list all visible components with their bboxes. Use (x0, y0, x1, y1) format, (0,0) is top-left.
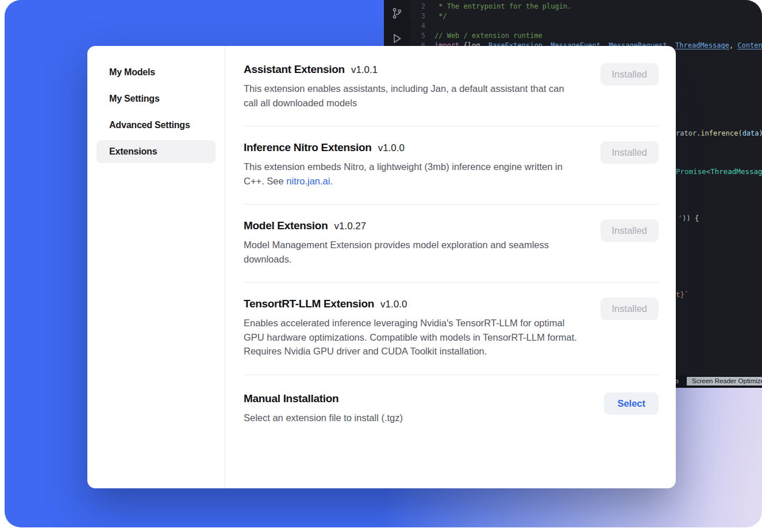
sidebar-item-advanced-settings[interactable]: Advanced Settings (97, 114, 215, 137)
nitro-link[interactable]: nitro.jan.ai. (286, 176, 333, 186)
extension-row-assistant: Assistant Extension v1.0.1 This extensio… (244, 56, 659, 126)
sidebar-item-my-models[interactable]: My Models (97, 61, 215, 84)
screen-reader-chip[interactable]: Screen Reader Optimized (687, 377, 762, 385)
extension-row-nitro: Inference Nitro Extension v1.0.0 This ex… (244, 126, 659, 205)
line-number: 2 (410, 2, 425, 10)
extension-description: Enables accelerated inference leveraging… (244, 316, 580, 358)
sidebar-item-my-settings[interactable]: My Settings (97, 87, 215, 110)
plain-token: )); (759, 129, 762, 137)
param-token: data (742, 129, 759, 137)
extension-title-line: TensortRT-LLM Extension v1.0.0 (244, 298, 580, 310)
run-and-debug-icon[interactable] (391, 33, 403, 44)
select-button[interactable]: Select (604, 392, 659, 415)
code-fragment: Promise<ThreadMessage> (676, 167, 762, 176)
extension-description: This extension embeds Nitro, a lightweig… (244, 160, 580, 188)
code-area: 2 * The entrypoint for the plugin. 3 */ … (410, 1, 762, 50)
line-number: 3 (410, 12, 425, 20)
extension-title: Model Extension (244, 219, 328, 232)
manual-install-title: Manual Installation (244, 392, 338, 405)
settings-modal: My Models My Settings Advanced Settings … (87, 46, 676, 488)
extension-info: Assistant Extension v1.0.1 This extensio… (244, 63, 580, 110)
extension-list: Assistant Extension v1.0.1 This extensio… (225, 46, 676, 488)
manual-install-row: Manual Installation Select an extension … (244, 375, 659, 441)
extension-title-line: Manual Installation (244, 392, 580, 405)
extension-description: Model Management Extension provides mode… (244, 238, 580, 266)
installed-button[interactable]: Installed (601, 141, 659, 164)
extension-info: Model Extension v1.0.27 Model Management… (244, 219, 580, 266)
manual-install-description: Select an extension file to install (.tg… (244, 411, 580, 425)
extension-version: v1.0.0 (378, 142, 405, 154)
hero-canvas: 2 * The entrypoint for the plugin. 3 */ … (5, 0, 762, 527)
extension-title: Inference Nitro Extension (244, 141, 372, 154)
code-fragment: rator.inference(data)); (676, 129, 762, 137)
extension-info: Manual Installation Select an extension … (244, 392, 580, 425)
plain-token: )) { (682, 214, 699, 222)
extension-row-tensorrt: TensortRT-LLM Extension v1.0.0 Enables a… (244, 283, 659, 375)
extension-version: v1.0.0 (380, 299, 407, 310)
extension-description: This extension enables assistants, inclu… (244, 82, 580, 110)
function-token: inference (701, 129, 738, 137)
extension-row-model: Model Extension v1.0.27 Model Management… (244, 205, 659, 283)
code-text: * The entrypoint for the plugin. (434, 2, 571, 10)
code-fragment: t}` (676, 290, 689, 299)
installed-button[interactable]: Installed (601, 219, 659, 242)
sidebar: My Models My Settings Advanced Settings … (87, 46, 225, 488)
extension-title: TensortRT-LLM Extension (244, 298, 374, 310)
code-text: // Web / extension runtime (434, 32, 542, 40)
code-line: 4 (410, 21, 762, 30)
source-control-icon[interactable] (391, 7, 403, 19)
code-line: 2 * The entrypoint for the plugin. (410, 1, 762, 11)
code-text: */ (434, 12, 447, 20)
plain-token: rator. (676, 129, 701, 137)
extension-info: Inference Nitro Extension v1.0.0 This ex… (244, 141, 580, 188)
code-fragment: ')) { (678, 214, 699, 222)
identifier-token: ThreadMessage (675, 41, 729, 49)
sidebar-item-extensions[interactable]: Extensions (97, 140, 215, 163)
extension-version: v1.0.1 (351, 64, 378, 76)
plain-token: ( (738, 129, 742, 137)
installed-button[interactable]: Installed (601, 63, 659, 86)
code-line: 5 // Web / extension runtime (410, 30, 762, 40)
extension-title: Assistant Extension (244, 63, 345, 76)
extension-title-line: Assistant Extension v1.0.1 (244, 63, 580, 76)
line-number: 4 (410, 22, 425, 30)
code-line: 3 */ (410, 11, 762, 21)
extension-title-line: Model Extension v1.0.27 (244, 219, 580, 232)
extension-version: v1.0.27 (334, 221, 366, 232)
plain-token: , (729, 41, 737, 49)
line-number: 5 (410, 32, 425, 40)
identifier-token: ContentType (737, 41, 762, 49)
extension-title-line: Inference Nitro Extension v1.0.0 (244, 141, 580, 154)
extension-info: TensortRT-LLM Extension v1.0.0 Enables a… (244, 298, 580, 358)
installed-button[interactable]: Installed (601, 298, 659, 320)
